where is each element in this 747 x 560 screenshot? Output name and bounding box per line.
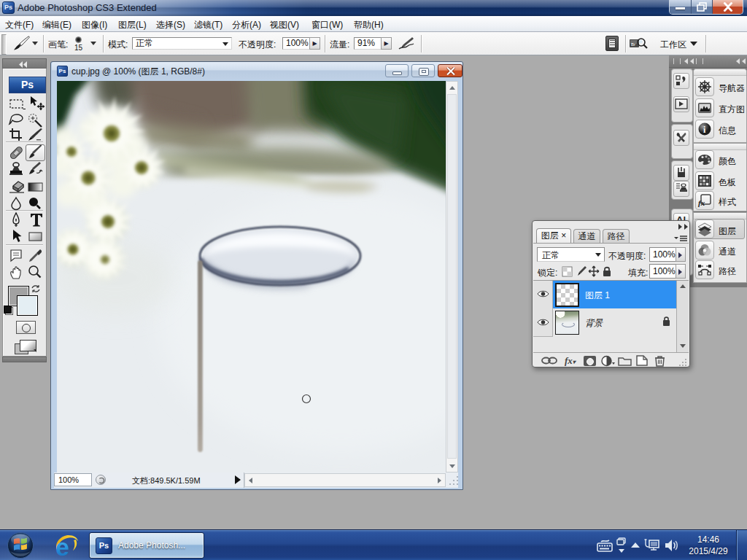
svg-text:Br: Br <box>631 42 635 47</box>
svg-text:e: e <box>55 533 69 560</box>
svg-text:fx: fx <box>698 198 705 207</box>
